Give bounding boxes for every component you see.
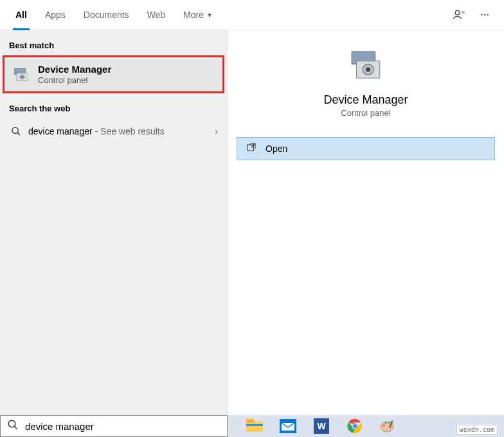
tab-apps[interactable]: Apps — [36, 0, 75, 30]
svg-line-16 — [14, 426, 17, 429]
svg-point-30 — [388, 422, 390, 424]
tabs-bar: All Apps Documents Web More▼ — [0, 0, 504, 30]
svg-point-0 — [455, 10, 460, 15]
search-input[interactable] — [25, 421, 221, 432]
taskbar: W wsxdn.com — [0, 415, 504, 437]
more-options-icon[interactable] — [472, 0, 498, 30]
device-manager-icon-large — [347, 47, 384, 84]
taskbar-icons: W wsxdn.com — [228, 415, 504, 437]
web-search-item[interactable]: device manager - See web results › — [0, 118, 227, 144]
svg-rect-17 — [246, 422, 263, 432]
svg-point-8 — [12, 127, 18, 133]
file-explorer-icon[interactable] — [246, 417, 264, 435]
watermark: wsxdn.com — [456, 425, 498, 434]
open-label: Open — [266, 144, 287, 154]
tab-all-label: All — [15, 10, 27, 20]
svg-rect-19 — [246, 424, 263, 426]
section-best-match: Best match — [0, 30, 227, 55]
section-search-web: Search the web — [0, 93, 227, 118]
svg-point-2 — [484, 14, 485, 15]
web-text: device manager - See web results — [28, 126, 215, 136]
chevron-right-icon: › — [215, 126, 218, 136]
preview-title: Device Manager — [228, 93, 504, 107]
chevron-down-icon: ▼ — [206, 12, 213, 19]
svg-point-26 — [353, 424, 357, 428]
tab-apps-label: Apps — [45, 10, 66, 20]
result-title: Device Manager — [38, 64, 215, 75]
result-device-manager[interactable]: Device Manager Control panel — [3, 55, 224, 93]
paint-icon[interactable] — [379, 417, 397, 435]
tab-documents[interactable]: Documents — [75, 0, 138, 30]
svg-rect-18 — [246, 419, 254, 423]
preview-block: Device Manager Control panel — [228, 34, 504, 129]
tab-web-label: Web — [147, 10, 166, 20]
tab-web[interactable]: Web — [138, 0, 175, 30]
search-icon — [7, 419, 19, 433]
search-panel: All Apps Documents Web More▼ Best match … — [0, 0, 504, 415]
svg-point-13 — [366, 67, 370, 71]
preview-sub: Control panel — [228, 108, 504, 118]
open-action[interactable]: Open — [237, 137, 495, 160]
svg-point-15 — [8, 420, 15, 427]
word-icon[interactable]: W — [312, 417, 330, 435]
svg-point-3 — [487, 14, 488, 15]
result-sub: Control panel — [38, 75, 215, 85]
svg-point-28 — [383, 425, 385, 427]
tab-documents-label: Documents — [84, 10, 129, 20]
tab-all[interactable]: All — [6, 0, 36, 30]
body-area: Best match Device Manager Control panel … — [0, 30, 504, 415]
svg-text:W: W — [317, 421, 326, 431]
tab-more-label: More — [183, 10, 204, 20]
device-manager-icon — [12, 66, 30, 84]
mail-icon[interactable] — [279, 417, 297, 435]
web-suffix: - See web results — [93, 126, 165, 136]
web-query: device manager — [28, 126, 93, 136]
svg-point-1 — [481, 14, 482, 15]
svg-line-9 — [17, 133, 20, 135]
tab-more[interactable]: More▼ — [174, 0, 222, 30]
results-pane: Best match Device Manager Control panel … — [0, 30, 228, 415]
open-icon — [246, 142, 260, 155]
svg-point-29 — [385, 422, 387, 424]
chrome-icon[interactable] — [346, 417, 364, 435]
preview-pane: Device Manager Control panel Open — [228, 30, 504, 415]
search-box[interactable] — [0, 415, 228, 437]
feedback-icon[interactable] — [446, 0, 472, 30]
search-icon — [9, 126, 23, 136]
result-text: Device Manager Control panel — [38, 64, 215, 85]
svg-point-7 — [21, 76, 23, 78]
